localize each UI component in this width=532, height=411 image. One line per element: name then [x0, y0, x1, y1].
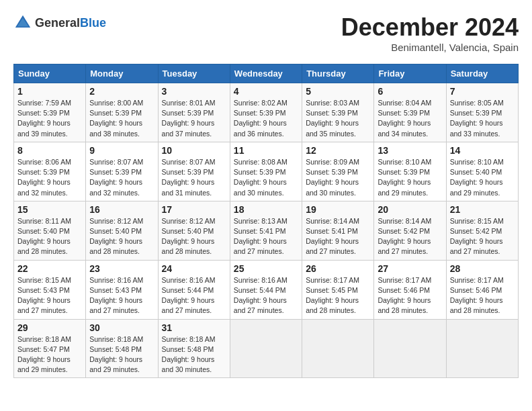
table-row: 12Sunrise: 8:09 AMSunset: 5:39 PMDayligh… [302, 142, 374, 201]
day-number: 3 [162, 86, 226, 97]
day-number: 19 [306, 204, 370, 215]
location-title: Benimantell, Valencia, Spain [341, 42, 519, 53]
day-number: 6 [378, 86, 442, 97]
calendar-header-row: Sunday Monday Tuesday Wednesday Thursday… [14, 64, 519, 83]
day-info: Sunrise: 8:06 AMSunset: 5:39 PMDaylight:… [17, 157, 82, 198]
day-number: 13 [378, 145, 442, 156]
day-info: Sunrise: 8:13 AMSunset: 5:41 PMDaylight:… [234, 216, 298, 257]
day-info: Sunrise: 8:08 AMSunset: 5:39 PMDaylight:… [234, 157, 298, 198]
day-number: 11 [234, 145, 298, 156]
table-row: 26Sunrise: 8:17 AMSunset: 5:45 PMDayligh… [302, 260, 374, 319]
day-info: Sunrise: 8:17 AMSunset: 5:46 PMDaylight:… [450, 275, 515, 316]
title-area: December 2024 Benimantell, Valencia, Spa… [341, 13, 519, 53]
day-number: 5 [306, 86, 370, 97]
table-row: 3Sunrise: 8:01 AMSunset: 5:39 PMDaylight… [158, 83, 230, 142]
table-row: 13Sunrise: 8:10 AMSunset: 5:39 PMDayligh… [374, 142, 446, 201]
day-number: 28 [450, 263, 515, 274]
calendar-table: Sunday Monday Tuesday Wednesday Thursday… [13, 64, 519, 378]
day-number: 10 [162, 145, 226, 156]
day-info: Sunrise: 8:14 AMSunset: 5:41 PMDaylight:… [306, 216, 370, 257]
day-info: Sunrise: 8:09 AMSunset: 5:39 PMDaylight:… [306, 157, 370, 198]
col-sunday: Sunday [14, 64, 86, 83]
col-tuesday: Tuesday [158, 64, 230, 83]
table-row: 20Sunrise: 8:14 AMSunset: 5:42 PMDayligh… [374, 201, 446, 260]
table-row: 23Sunrise: 8:16 AMSunset: 5:43 PMDayligh… [86, 260, 158, 319]
day-info: Sunrise: 8:11 AMSunset: 5:40 PMDaylight:… [17, 216, 82, 257]
day-info: Sunrise: 8:17 AMSunset: 5:45 PMDaylight:… [306, 275, 370, 316]
day-info: Sunrise: 8:15 AMSunset: 5:42 PMDaylight:… [450, 216, 515, 257]
table-row: 15Sunrise: 8:11 AMSunset: 5:40 PMDayligh… [14, 201, 86, 260]
day-info: Sunrise: 8:12 AMSunset: 5:40 PMDaylight:… [89, 216, 154, 257]
calendar-row: 1Sunrise: 7:59 AMSunset: 5:39 PMDaylight… [14, 83, 519, 142]
table-row: 21Sunrise: 8:15 AMSunset: 5:42 PMDayligh… [446, 201, 518, 260]
day-number: 1 [17, 86, 82, 97]
col-friday: Friday [374, 64, 446, 83]
table-row: 19Sunrise: 8:14 AMSunset: 5:41 PMDayligh… [302, 201, 374, 260]
day-info: Sunrise: 8:07 AMSunset: 5:39 PMDaylight:… [162, 157, 226, 198]
empty-cell [302, 319, 374, 378]
calendar-row: 22Sunrise: 8:15 AMSunset: 5:43 PMDayligh… [14, 260, 519, 319]
day-number: 12 [306, 145, 370, 156]
col-saturday: Saturday [446, 64, 518, 83]
table-row: 14Sunrise: 8:10 AMSunset: 5:40 PMDayligh… [446, 142, 518, 201]
table-row: 6Sunrise: 8:04 AMSunset: 5:39 PMDaylight… [374, 83, 446, 142]
day-number: 15 [17, 204, 82, 215]
day-info: Sunrise: 7:59 AMSunset: 5:39 PMDaylight:… [17, 98, 82, 139]
table-row: 17Sunrise: 8:12 AMSunset: 5:40 PMDayligh… [158, 201, 230, 260]
calendar-row: 15Sunrise: 8:11 AMSunset: 5:40 PMDayligh… [14, 201, 519, 260]
table-row: 16Sunrise: 8:12 AMSunset: 5:40 PMDayligh… [86, 201, 158, 260]
empty-cell [446, 319, 518, 378]
day-info: Sunrise: 8:16 AMSunset: 5:43 PMDaylight:… [89, 275, 154, 316]
day-number: 24 [162, 263, 226, 274]
table-row: 11Sunrise: 8:08 AMSunset: 5:39 PMDayligh… [230, 142, 302, 201]
day-number: 30 [89, 322, 154, 333]
calendar-row: 29Sunrise: 8:18 AMSunset: 5:47 PMDayligh… [14, 319, 519, 378]
day-info: Sunrise: 8:10 AMSunset: 5:39 PMDaylight:… [378, 157, 442, 198]
day-info: Sunrise: 8:16 AMSunset: 5:44 PMDaylight:… [162, 275, 226, 316]
day-number: 22 [17, 263, 82, 274]
day-number: 31 [162, 322, 226, 333]
day-number: 29 [17, 322, 82, 333]
day-info: Sunrise: 8:03 AMSunset: 5:39 PMDaylight:… [306, 98, 370, 139]
day-info: Sunrise: 8:05 AMSunset: 5:39 PMDaylight:… [450, 98, 515, 139]
day-info: Sunrise: 8:02 AMSunset: 5:39 PMDaylight:… [234, 98, 298, 139]
table-row: 18Sunrise: 8:13 AMSunset: 5:41 PMDayligh… [230, 201, 302, 260]
day-number: 17 [162, 204, 226, 215]
table-row: 29Sunrise: 8:18 AMSunset: 5:47 PMDayligh… [14, 319, 86, 378]
col-thursday: Thursday [302, 64, 374, 83]
day-info: Sunrise: 8:00 AMSunset: 5:39 PMDaylight:… [89, 98, 154, 139]
day-number: 21 [450, 204, 515, 215]
day-number: 25 [234, 263, 298, 274]
table-row: 5Sunrise: 8:03 AMSunset: 5:39 PMDaylight… [302, 83, 374, 142]
day-info: Sunrise: 8:12 AMSunset: 5:40 PMDaylight:… [162, 216, 226, 257]
table-row: 1Sunrise: 7:59 AMSunset: 5:39 PMDaylight… [14, 83, 86, 142]
col-monday: Monday [86, 64, 158, 83]
day-number: 14 [450, 145, 515, 156]
logo-text: GeneralBlue [35, 16, 106, 30]
day-number: 4 [234, 86, 298, 97]
day-info: Sunrise: 8:01 AMSunset: 5:39 PMDaylight:… [162, 98, 226, 139]
day-info: Sunrise: 8:14 AMSunset: 5:42 PMDaylight:… [378, 216, 442, 257]
day-number: 8 [17, 145, 82, 156]
day-number: 16 [89, 204, 154, 215]
empty-cell [374, 319, 446, 378]
table-row: 22Sunrise: 8:15 AMSunset: 5:43 PMDayligh… [14, 260, 86, 319]
table-row: 2Sunrise: 8:00 AMSunset: 5:39 PMDaylight… [86, 83, 158, 142]
day-info: Sunrise: 8:04 AMSunset: 5:39 PMDaylight:… [378, 98, 442, 139]
table-row: 27Sunrise: 8:17 AMSunset: 5:46 PMDayligh… [374, 260, 446, 319]
day-info: Sunrise: 8:16 AMSunset: 5:44 PMDaylight:… [234, 275, 298, 316]
table-row: 25Sunrise: 8:16 AMSunset: 5:44 PMDayligh… [230, 260, 302, 319]
table-row: 10Sunrise: 8:07 AMSunset: 5:39 PMDayligh… [158, 142, 230, 201]
calendar-row: 8Sunrise: 8:06 AMSunset: 5:39 PMDaylight… [14, 142, 519, 201]
logo-icon [13, 13, 32, 32]
day-info: Sunrise: 8:15 AMSunset: 5:43 PMDaylight:… [17, 275, 82, 316]
day-info: Sunrise: 8:07 AMSunset: 5:39 PMDaylight:… [89, 157, 154, 198]
month-title: December 2024 [341, 13, 519, 42]
day-number: 9 [89, 145, 154, 156]
table-row: 30Sunrise: 8:18 AMSunset: 5:48 PMDayligh… [86, 319, 158, 378]
day-number: 26 [306, 263, 370, 274]
table-row: 31Sunrise: 8:18 AMSunset: 5:48 PMDayligh… [158, 319, 230, 378]
table-row: 28Sunrise: 8:17 AMSunset: 5:46 PMDayligh… [446, 260, 518, 319]
table-row: 9Sunrise: 8:07 AMSunset: 5:39 PMDaylight… [86, 142, 158, 201]
day-number: 2 [89, 86, 154, 97]
